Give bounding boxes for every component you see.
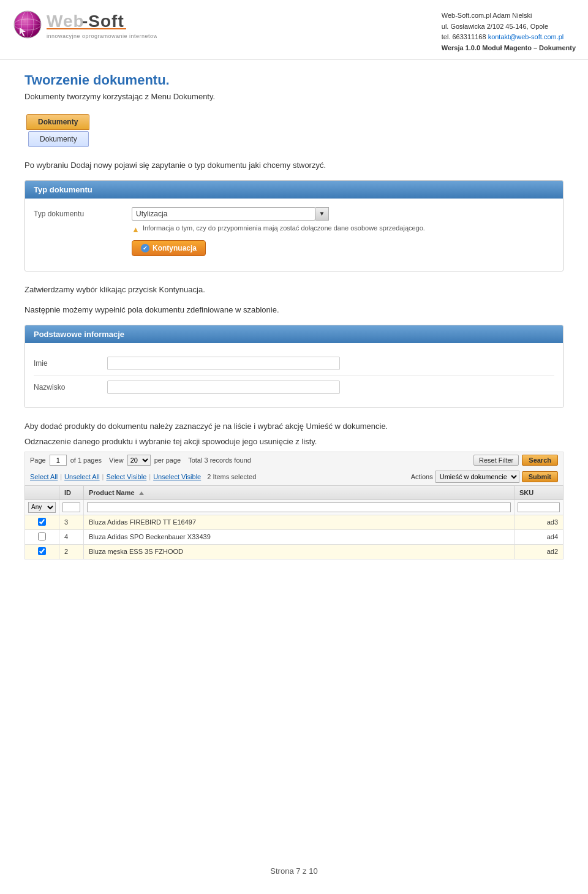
kontynuacja-button[interactable]: ✓ Kontynuacja	[132, 240, 206, 256]
pagination-left: Page 1 of 1 pages View 20 per page Total…	[30, 455, 251, 466]
websoft-logo: Web -Soft innowacyjne oprogramowanie int…	[47, 7, 157, 41]
company-email[interactable]: kontakt@web-soft.com.pl	[488, 33, 564, 40]
nazwisko-row: Nazwisko	[34, 376, 554, 399]
select-arrow-icon[interactable]: ▼	[315, 207, 329, 221]
th-checkbox	[25, 485, 59, 499]
page-header: Web -Soft innowacyjne oprogramowanie int…	[0, 0, 588, 60]
menu-dokumenty[interactable]: Dokumenty	[26, 114, 89, 130]
page-footer: Strona 7 z 10	[0, 866, 588, 876]
imie-label: Imie	[34, 359, 107, 368]
podstawowe-info-body: Imie Nazwisko	[25, 343, 563, 407]
company-phone: tel. 663311168	[442, 33, 486, 40]
actions-bar: Select All | Unselect All | Select Visib…	[24, 468, 564, 485]
filter-id-input[interactable]	[62, 502, 80, 512]
filter-checkbox-cell: Any	[25, 499, 59, 515]
actions-left: Select All | Unselect All | Select Visib…	[30, 473, 256, 480]
search-button[interactable]: Search	[522, 455, 558, 466]
typ-dokumentu-header: Typ dokumentu	[25, 181, 563, 199]
row-product-name: Bluza Adidas FIREBIRD TT E16497	[84, 515, 514, 529]
section-text-2: Zatwierdzamy wybór klikając przycisk Kon…	[24, 284, 564, 296]
warning-icon: ▲	[132, 225, 140, 234]
filter-name-input[interactable]	[87, 502, 511, 512]
sep3: |	[149, 473, 151, 480]
company-version: Wersja 1.0.0 Moduł Magento – Dokumenty	[442, 43, 576, 54]
row-product-name: Bluza Adidas SPO Beckenbauer X33439	[84, 529, 514, 544]
table-row: 4 Bluza Adidas SPO Beckenbauer X33439 ad…	[25, 529, 564, 544]
nazwisko-label: Nazwisko	[34, 383, 107, 392]
company-name: Web-Soft.com.pl Adam Nielski	[442, 10, 576, 21]
actions-right: Actions Umieść w dokumencie Submit	[411, 471, 558, 483]
typ-label: Typ dokumentu	[34, 207, 132, 218]
footer-text: Strona 7 z 10	[270, 866, 317, 876]
filter-name-cell	[84, 499, 514, 515]
svg-text:innowacyjne oprogramowanie int: innowacyjne oprogramowanie internetowe	[47, 33, 157, 39]
typ-dokumentu-body: Typ dokumentu Utylizacja ▼ ▲ Informacja …	[25, 199, 563, 271]
sep1: |	[60, 473, 62, 480]
page-input[interactable]: 1	[50, 455, 67, 466]
unselect-visible-link[interactable]: Unselect Visible	[153, 473, 201, 480]
select-wrapper: Utylizacja ▼	[132, 207, 554, 221]
pagination-right: Reset Filter Search	[473, 455, 558, 466]
filter-sku-input[interactable]	[518, 502, 560, 512]
menu-dropdown-dokumenty[interactable]: Dokumenty	[28, 131, 89, 147]
filter-sku-cell	[514, 499, 564, 515]
view-label: View	[109, 456, 124, 464]
view-select[interactable]: 20	[127, 455, 151, 466]
main-content: Tworzenie dokumentu. Dokumenty tworzymy …	[0, 60, 588, 584]
table-row: 3 Bluza Adidas FIREBIRD TT E16497 ad3	[25, 515, 564, 529]
table-filter-row: Any	[25, 499, 564, 515]
of-label: of 1 pages	[70, 456, 102, 464]
th-sku: SKU	[514, 485, 564, 499]
row-product-name: Bluza męska ESS 3S FZHOOD	[84, 544, 514, 559]
row-sku: ad4	[514, 529, 564, 544]
row-id: 3	[59, 515, 84, 529]
svg-text:Web: Web	[47, 12, 85, 31]
submit-button[interactable]: Submit	[522, 471, 558, 482]
row-checkbox-cell	[25, 529, 59, 544]
th-id: ID	[59, 485, 84, 499]
globe-icon	[12, 9, 43, 40]
kontynuacja-label: Kontynuacja	[153, 244, 197, 252]
logo-area: Web -Soft innowacyjne oprogramowanie int…	[12, 7, 157, 41]
per-page-label: per page	[154, 456, 181, 464]
reset-filter-button[interactable]: Reset Filter	[473, 455, 519, 466]
product-text-1: Aby dodać produkty do dokumentu należy z…	[24, 420, 564, 433]
pagination-bar: Page 1 of 1 pages View 20 per page Total…	[24, 452, 564, 468]
info-note: ▲ Informacja o tym, czy do przypomnienia…	[132, 224, 554, 234]
row-checkbox[interactable]	[38, 518, 46, 526]
page-title: Tworzenie dokumentu.	[24, 72, 564, 88]
product-text-2: Odznaczenie danego produktu i wybranie t…	[24, 436, 564, 448]
row-checkbox[interactable]	[38, 547, 46, 555]
podstawowe-info-header: Podstawowe informacje	[25, 325, 563, 343]
select-all-link[interactable]: Select All	[30, 473, 58, 480]
nazwisko-input[interactable]	[107, 381, 340, 394]
row-sku: ad3	[514, 515, 564, 529]
filter-id-cell	[59, 499, 84, 515]
unselect-all-link[interactable]: Unselect All	[64, 473, 99, 480]
sep2: |	[102, 473, 104, 480]
check-icon: ✓	[141, 244, 149, 252]
company-phone-email: tel. 663311168 kontakt@web-soft.com.pl	[442, 32, 576, 43]
typ-control-area: Utylizacja ▼ ▲ Informacja o tym, czy do …	[132, 207, 554, 256]
selected-info: 2 Items selected	[207, 473, 256, 480]
section-text-3: Następnie możemy wypełnić pola dokumentu…	[24, 304, 564, 316]
company-address: ul. Gosławicka 2/102 45-146, Opole	[442, 21, 576, 32]
sort-arrow-icon	[139, 491, 144, 495]
table-row: 2 Bluza męska ESS 3S FZHOOD ad2	[25, 544, 564, 559]
imie-input[interactable]	[107, 357, 340, 370]
actions-label: Actions	[411, 473, 433, 480]
actions-select[interactable]: Umieść w dokumencie	[435, 471, 519, 483]
menu-screenshot: Dokumenty Dokumenty	[24, 112, 91, 147]
table-header-row: ID Product Name SKU	[25, 485, 564, 499]
svg-text:-Soft: -Soft	[82, 12, 124, 31]
th-product-name: Product Name	[84, 485, 514, 499]
product-table: ID Product Name SKU Any	[24, 485, 564, 559]
filter-any-select[interactable]: Any	[28, 502, 56, 513]
select-visible-link[interactable]: Select Visible	[106, 473, 146, 480]
typ-select[interactable]: Utylizacja	[132, 207, 315, 221]
row-checkbox[interactable]	[38, 532, 46, 540]
row-id: 4	[59, 529, 84, 544]
total-label: Total 3 records found	[188, 456, 251, 464]
info-note-text: Informacja o tym, czy do przypomnienia m…	[143, 224, 425, 232]
typ-dokumentu-panel: Typ dokumentu Typ dokumentu Utylizacja ▼…	[24, 180, 564, 271]
